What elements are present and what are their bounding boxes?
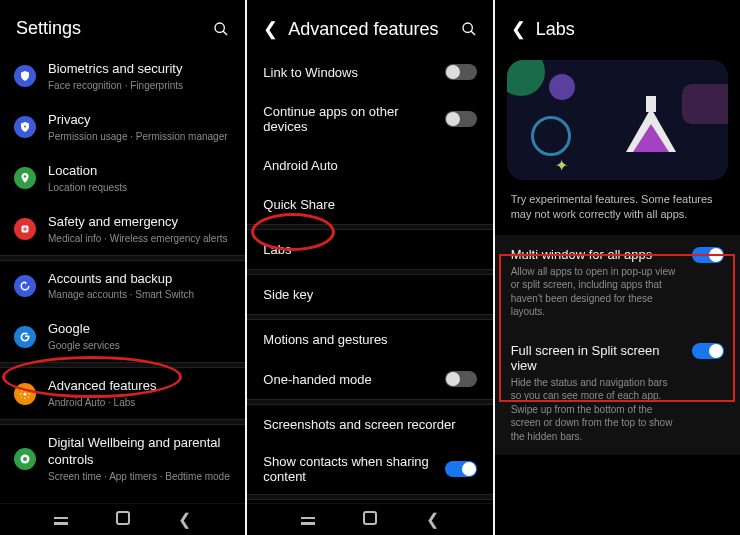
item-sub: Screen time · App timers · Bedtime mode — [48, 470, 231, 483]
toggle-switch[interactable] — [692, 247, 724, 263]
google-icon — [14, 326, 36, 348]
item-sub: Manage accounts · Smart Switch — [48, 288, 231, 301]
adv-item-side-key[interactable]: Side key — [247, 275, 492, 314]
nav-home-icon[interactable] — [116, 511, 130, 529]
back-icon[interactable]: ❮ — [263, 18, 278, 40]
item-label: Privacy — [48, 112, 231, 129]
item-label: Digital Wellbeing and parental controls — [48, 435, 231, 469]
adv-item-quick-share[interactable]: Quick Share — [247, 185, 492, 224]
toggle-switch[interactable] — [692, 343, 724, 359]
settings-item-google[interactable]: GoogleGoogle services — [0, 311, 245, 362]
item-sub: Face recognition · Fingerprints — [48, 79, 231, 92]
nav-recents-icon[interactable] — [54, 511, 68, 529]
adv-item-android-auto[interactable]: Android Auto — [247, 146, 492, 185]
page-title: Settings — [16, 18, 203, 39]
adv-item-labs[interactable]: Labs — [247, 230, 492, 269]
labs-screen: ❮ Labs ✦ Try experimental features. Some… — [495, 0, 740, 535]
svg-point-3 — [24, 175, 27, 178]
settings-item-battery[interactable]: Battery and device careStorage · Memory … — [0, 493, 245, 503]
labs-content: ✦ Try experimental features. Some featur… — [495, 52, 740, 535]
back-icon[interactable]: ❮ — [511, 18, 526, 40]
page-title: Advanced features — [288, 19, 450, 40]
item-label: Screenshots and screen recorder — [263, 417, 476, 432]
privacy-icon — [14, 116, 36, 138]
item-label: Side key — [263, 287, 476, 302]
advanced-icon — [14, 383, 36, 405]
item-label: Safety and emergency — [48, 214, 231, 231]
toggle-switch[interactable] — [445, 461, 477, 477]
adv-item-link-to-windows[interactable]: Link to Windows — [247, 52, 492, 92]
search-icon[interactable] — [461, 21, 477, 37]
svg-point-0 — [215, 23, 224, 32]
svg-rect-6 — [23, 229, 27, 230]
item-sub: Permission usage · Permission manager — [48, 130, 231, 143]
settings-item-safety[interactable]: Safety and emergencyMedical info · Wirel… — [0, 204, 245, 255]
item-label: Biometrics and security — [48, 61, 231, 78]
labs-description: Try experimental features. Some features… — [495, 188, 740, 235]
settings-header: Settings — [0, 0, 245, 51]
item-sub: Android Auto · Labs — [48, 396, 231, 409]
settings-list: Biometrics and securityFace recognition … — [0, 51, 245, 503]
toggle-switch[interactable] — [445, 111, 477, 127]
settings-item-privacy[interactable]: PrivacyPermission usage · Permission man… — [0, 102, 245, 153]
item-title: Multi window for all apps — [511, 247, 680, 262]
item-label: Continue apps on other devices — [263, 104, 444, 134]
item-label: Location — [48, 163, 231, 180]
svg-point-7 — [24, 392, 27, 395]
adv-item-one-handed-mode[interactable]: One-handed mode — [247, 359, 492, 399]
labs-item-multi-window[interactable]: Multi window for all apps Allow all apps… — [495, 235, 740, 331]
accounts-icon — [14, 275, 36, 297]
svg-point-9 — [23, 457, 27, 461]
labs-item-full-screen-split[interactable]: Full screen in Split screen view Hide th… — [495, 331, 740, 456]
item-desc: Hide the status and navigation bars so y… — [511, 376, 680, 444]
adv-item-screenshots-and-screen-recorder[interactable]: Screenshots and screen recorder — [247, 405, 492, 444]
adv-item-motions-and-gestures[interactable]: Motions and gestures — [247, 320, 492, 359]
item-label: Motions and gestures — [263, 332, 476, 347]
navigation-bar: ❮ — [0, 503, 245, 535]
settings-item-wellbeing[interactable]: Digital Wellbeing and parental controlsS… — [0, 425, 245, 493]
labs-illustration: ✦ — [507, 60, 728, 180]
svg-point-2 — [24, 126, 26, 128]
item-label: Labs — [263, 242, 476, 257]
advanced-header: ❮ Advanced features — [247, 0, 492, 52]
svg-line-12 — [471, 31, 475, 35]
nav-back-icon[interactable]: ❮ — [178, 510, 191, 529]
item-desc: Allow all apps to open in pop-up view or… — [511, 265, 680, 319]
labs-header: ❮ Labs — [495, 0, 740, 52]
settings-screen: Settings Biometrics and securityFace rec… — [0, 0, 245, 535]
settings-item-accounts[interactable]: Accounts and backupManage accounts · Sma… — [0, 261, 245, 312]
labs-toggle-list: Multi window for all apps Allow all apps… — [495, 235, 740, 456]
advanced-list: Link to WindowsContinue apps on other de… — [247, 52, 492, 503]
safety-icon — [14, 218, 36, 240]
settings-item-biometrics[interactable]: Biometrics and securityFace recognition … — [0, 51, 245, 102]
nav-recents-icon[interactable] — [301, 511, 315, 529]
navigation-bar: ❮ — [247, 503, 492, 535]
svg-point-11 — [463, 23, 472, 32]
toggle-switch[interactable] — [445, 371, 477, 387]
adv-item-continue-apps-on-other-devices[interactable]: Continue apps on other devices — [247, 92, 492, 146]
item-label: Link to Windows — [263, 65, 444, 80]
settings-item-location[interactable]: LocationLocation requests — [0, 153, 245, 204]
item-sub: Google services — [48, 339, 231, 352]
wellbeing-icon — [14, 448, 36, 470]
advanced-features-screen: ❮ Advanced features Link to WindowsConti… — [247, 0, 492, 535]
page-title: Labs — [536, 19, 724, 40]
settings-item-advanced-features[interactable]: Advanced featuresAndroid Auto · Labs — [0, 368, 245, 419]
location-icon — [14, 167, 36, 189]
adv-item-show-contacts-when-sharing-content[interactable]: Show contacts when sharing content — [247, 444, 492, 494]
search-icon[interactable] — [213, 21, 229, 37]
item-sub: Location requests — [48, 181, 231, 194]
nav-home-icon[interactable] — [363, 511, 377, 529]
item-label: Quick Share — [263, 197, 476, 212]
item-label: Show contacts when sharing content — [263, 454, 444, 484]
item-label: One-handed mode — [263, 372, 444, 387]
shield-icon — [14, 65, 36, 87]
item-sub: Medical info · Wireless emergency alerts — [48, 232, 231, 245]
toggle-switch[interactable] — [445, 64, 477, 80]
nav-back-icon[interactable]: ❮ — [426, 510, 439, 529]
item-label: Android Auto — [263, 158, 476, 173]
item-label: Advanced features — [48, 378, 231, 395]
svg-line-1 — [223, 31, 227, 35]
item-label: Accounts and backup — [48, 271, 231, 288]
item-label: Google — [48, 321, 231, 338]
